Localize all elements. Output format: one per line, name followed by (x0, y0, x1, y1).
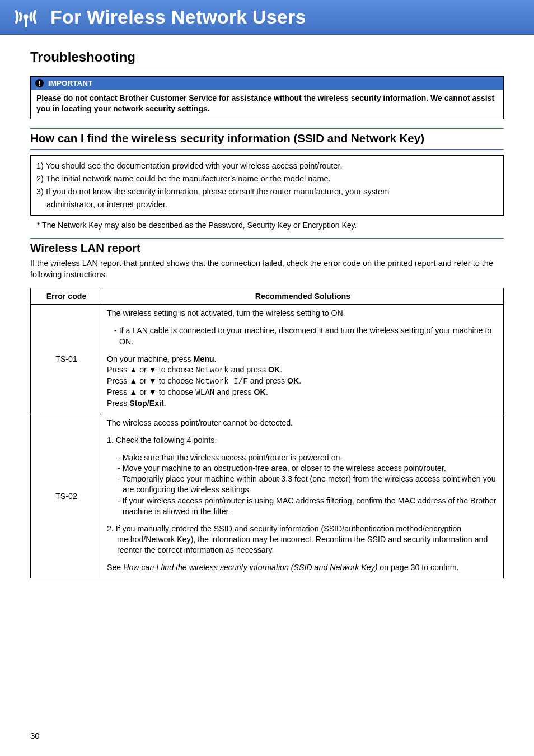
important-header: ! IMPORTANT (31, 77, 503, 90)
t: Stop/Exit (129, 399, 163, 408)
step-1: 1) You should see the documentation prov… (36, 160, 498, 172)
ts01-instructions: On your machine, press Menu. Press ▲ or … (107, 354, 499, 409)
table-row: TS-02 The wireless access point/router c… (31, 414, 504, 578)
t: OK (287, 376, 299, 385)
t: See (107, 563, 123, 572)
t: Network I/F (195, 377, 248, 386)
t: and press (248, 376, 287, 385)
section-find-info-title: How can I find the wireless security inf… (30, 128, 504, 150)
step-3: 3) If you do not know the security infor… (36, 186, 498, 198)
t: . (280, 365, 282, 374)
ts02-b4: - If your wireless access point/router i… (107, 496, 499, 517)
ts01-p1: The wireless setting is not activated, t… (107, 308, 499, 319)
t: Press (107, 399, 129, 408)
t: How can I find the wireless security inf… (123, 563, 377, 572)
t: Press ▲ or ▼ to choose (107, 365, 195, 374)
t: WLAN (195, 388, 214, 397)
table-col-solutions: Recommended Solutions (102, 288, 504, 305)
t: . (266, 388, 268, 396)
t: OK (254, 388, 265, 396)
ts01-p2: - If a LAN cable is connected to your ma… (107, 325, 499, 347)
t: . (299, 376, 301, 385)
ts02-b1: - Make sure that the wireless access poi… (107, 452, 499, 463)
important-body: Please do not contact Brother Customer S… (31, 90, 503, 119)
ts02-b3: - Temporarily place your machine within … (107, 474, 499, 495)
exclamation-icon: ! (35, 79, 44, 87)
section-wlan-report-title: Wireless LAN report (30, 238, 504, 255)
t: on page 30 to confirm. (377, 563, 458, 572)
t: Press ▲ or ▼ to choose (107, 376, 195, 385)
error-table: Error code Recommended Solutions TS-01 T… (30, 288, 504, 578)
t: and press (229, 365, 268, 374)
t: Press ▲ or ▼ to choose (107, 388, 195, 396)
error-code: TS-01 (31, 305, 102, 414)
table-row: TS-01 The wireless setting is not activa… (31, 305, 504, 414)
page-heading: Troubleshooting (30, 49, 504, 65)
ts02-p4: See How can I find the wireless security… (107, 562, 499, 573)
page-number: 30 (30, 731, 40, 740)
t: and press (214, 388, 254, 396)
important-label: IMPORTANT (48, 79, 92, 87)
section-wlan-report-intro: If the wireless LAN report that printed … (30, 258, 504, 280)
t: Menu (194, 354, 214, 363)
t: OK (268, 365, 280, 374)
banner: For Wireless Network Users (0, 0, 534, 35)
step-2: 2) The initial network name could be the… (36, 173, 498, 185)
svg-rect-1 (25, 17, 27, 27)
error-solution: The wireless access point/router cannot … (102, 414, 504, 578)
error-solution: The wireless setting is not activated, t… (102, 305, 504, 414)
footnote: * The Network Key may also be described … (30, 216, 504, 230)
ts02-b2: - Move your machine to an obstruction-fr… (107, 463, 499, 474)
t: On your machine, press (107, 354, 194, 363)
t: Network (195, 366, 229, 375)
step-3-cont: administrator, or internet provider. (36, 199, 498, 211)
ts02-p3: 2. If you manually entered the SSID and … (107, 524, 499, 556)
t: . (214, 354, 217, 363)
error-code: TS-02 (31, 414, 102, 578)
wireless-icon (11, 2, 40, 31)
steps-box: 1) You should see the documentation prov… (30, 155, 504, 216)
ts02-p2: 1. Check the following 4 points. (107, 435, 499, 446)
t: . (164, 399, 166, 408)
table-col-error-code: Error code (31, 288, 102, 305)
important-callout: ! IMPORTANT Please do not contact Brothe… (30, 76, 504, 119)
ts02-p1: The wireless access point/router cannot … (107, 418, 499, 428)
banner-title: For Wireless Network Users (50, 6, 306, 28)
